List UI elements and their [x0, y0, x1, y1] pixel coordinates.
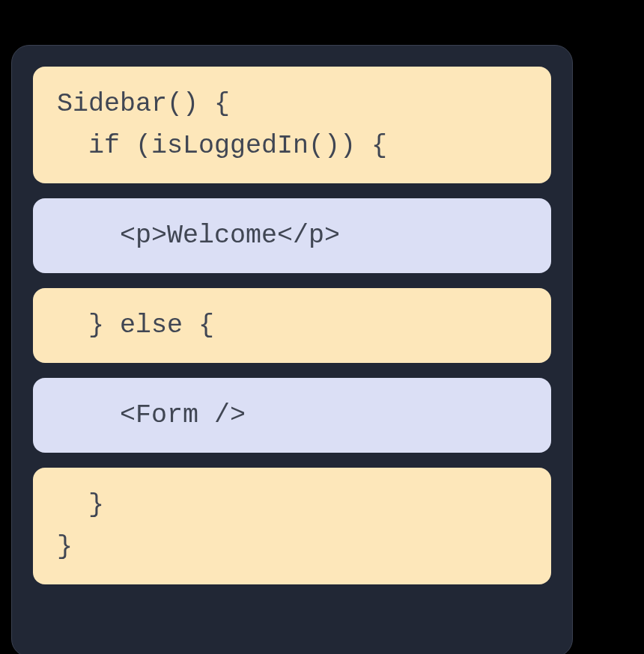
code-line: } [57, 532, 73, 562]
code-diagram-container: Sidebar() { if (isLoggedIn()) { <p>Welco… [11, 45, 573, 654]
code-line: } else { [57, 311, 214, 340]
code-line: } [57, 490, 104, 520]
code-line: <Form /> [57, 400, 246, 430]
code-line: if (isLoggedIn()) { [57, 131, 387, 161]
code-block-else: } else { [33, 288, 551, 363]
code-line: Sidebar() { [57, 89, 230, 119]
code-line: <p>Welcome</p> [57, 221, 340, 251]
code-block-closing-braces: } } [33, 468, 551, 584]
code-block-welcome: <p>Welcome</p> [33, 198, 551, 273]
code-block-sidebar-if: Sidebar() { if (isLoggedIn()) { [33, 67, 551, 183]
code-block-form: <Form /> [33, 378, 551, 453]
